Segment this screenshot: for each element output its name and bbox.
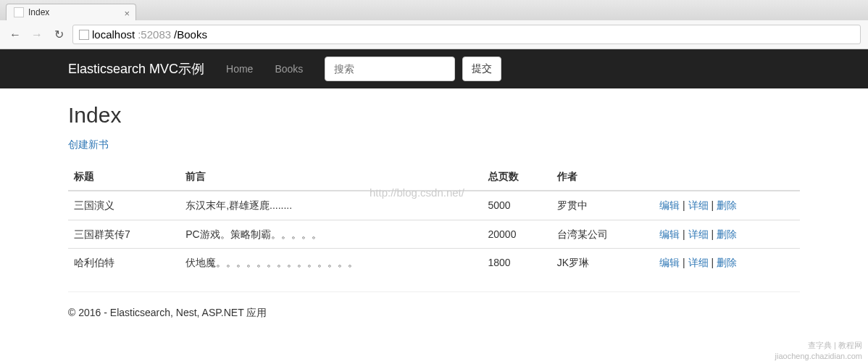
edit-link[interactable]: 编辑 bbox=[659, 257, 680, 268]
col-author: 作者 bbox=[551, 162, 654, 191]
table-row: 三国群英传7PC游戏。策略制霸。。。。。20000台湾某公司编辑 | 详细 | … bbox=[68, 220, 800, 248]
back-button[interactable]: ← bbox=[7, 27, 23, 43]
page-icon bbox=[79, 30, 89, 40]
table-row: 三国演义东汉末年,群雄逐鹿........5000罗贯中编辑 | 详细 | 删除 bbox=[68, 191, 800, 220]
col-title: 标题 bbox=[68, 162, 180, 191]
forward-button[interactable]: → bbox=[29, 27, 45, 43]
main-content: Index 创建新书 http://blog.csdn.net/ 标题 前言 总… bbox=[57, 88, 811, 334]
table-row: 哈利伯特伏地魔。。。。。。。。。。。。。。1800JK罗琳编辑 | 详细 | 删… bbox=[68, 249, 800, 277]
nav-link-books[interactable]: Books bbox=[264, 52, 314, 86]
cell-title: 三国群英传7 bbox=[68, 220, 180, 248]
cell-author: 罗贯中 bbox=[551, 191, 654, 220]
details-link[interactable]: 详细 bbox=[688, 228, 709, 240]
tab-title: Index bbox=[28, 7, 49, 17]
nav-links: Home Books bbox=[215, 52, 314, 86]
nav-link-home[interactable]: Home bbox=[215, 52, 264, 86]
cell-preface: 东汉末年,群雄逐鹿........ bbox=[180, 191, 482, 220]
nav-toolbar: ← → ↻ localhost:52083/Books bbox=[0, 20, 868, 49]
browser-tab[interactable]: Index × bbox=[6, 4, 136, 20]
cell-author: JK罗琳 bbox=[551, 249, 654, 277]
browser-chrome: Index × ← → ↻ localhost:52083/Books bbox=[0, 0, 868, 49]
reload-button[interactable]: ↻ bbox=[51, 27, 67, 43]
cell-preface: 伏地魔。。。。。。。。。。。。。。 bbox=[180, 249, 482, 277]
table-header-row: 标题 前言 总页数 作者 bbox=[68, 162, 800, 191]
delete-link[interactable]: 删除 bbox=[717, 257, 737, 268]
search-input[interactable] bbox=[325, 57, 455, 81]
url-port: :52083 bbox=[138, 28, 171, 41]
search-form: 提交 bbox=[325, 57, 501, 81]
books-table: 标题 前言 总页数 作者 三国演义东汉末年,群雄逐鹿........5000罗贯… bbox=[68, 162, 800, 277]
address-bar[interactable]: localhost:52083/Books bbox=[72, 25, 861, 44]
page-title: Index bbox=[68, 103, 800, 128]
edit-link[interactable]: 编辑 bbox=[659, 199, 680, 211]
cell-pages: 20000 bbox=[483, 220, 551, 248]
app-navbar: Elasticsearch MVC示例 Home Books 提交 bbox=[0, 49, 868, 88]
col-pages: 总页数 bbox=[483, 162, 551, 191]
footer-text: © 2016 - Elasticsearch, Nest, ASP.NET 应用 bbox=[68, 307, 800, 334]
cell-title: 三国演义 bbox=[68, 191, 180, 220]
cell-pages: 5000 bbox=[483, 191, 551, 220]
col-actions bbox=[654, 162, 800, 191]
col-preface: 前言 bbox=[180, 162, 482, 191]
favicon-icon bbox=[14, 7, 24, 17]
close-icon[interactable]: × bbox=[124, 8, 130, 19]
divider bbox=[68, 291, 800, 292]
cell-pages: 1800 bbox=[483, 249, 551, 277]
url-host: localhost bbox=[92, 28, 135, 41]
details-link[interactable]: 详细 bbox=[688, 257, 709, 268]
delete-link[interactable]: 删除 bbox=[717, 228, 737, 240]
brand-label[interactable]: Elasticsearch MVC示例 bbox=[68, 49, 215, 88]
cell-title: 哈利伯特 bbox=[68, 249, 180, 277]
cell-actions: 编辑 | 详细 | 删除 bbox=[654, 220, 800, 248]
tab-bar: Index × bbox=[0, 0, 868, 20]
url-path: /Books bbox=[174, 28, 207, 41]
submit-button[interactable]: 提交 bbox=[462, 57, 501, 81]
cell-preface: PC游戏。策略制霸。。。。。 bbox=[180, 220, 482, 248]
delete-link[interactable]: 删除 bbox=[717, 199, 737, 211]
cell-author: 台湾某公司 bbox=[551, 220, 654, 248]
cell-actions: 编辑 | 详细 | 删除 bbox=[654, 191, 800, 220]
cell-actions: 编辑 | 详细 | 删除 bbox=[654, 249, 800, 277]
details-link[interactable]: 详细 bbox=[688, 199, 709, 211]
create-new-link[interactable]: 创建新书 bbox=[68, 138, 109, 150]
edit-link[interactable]: 编辑 bbox=[659, 228, 680, 240]
